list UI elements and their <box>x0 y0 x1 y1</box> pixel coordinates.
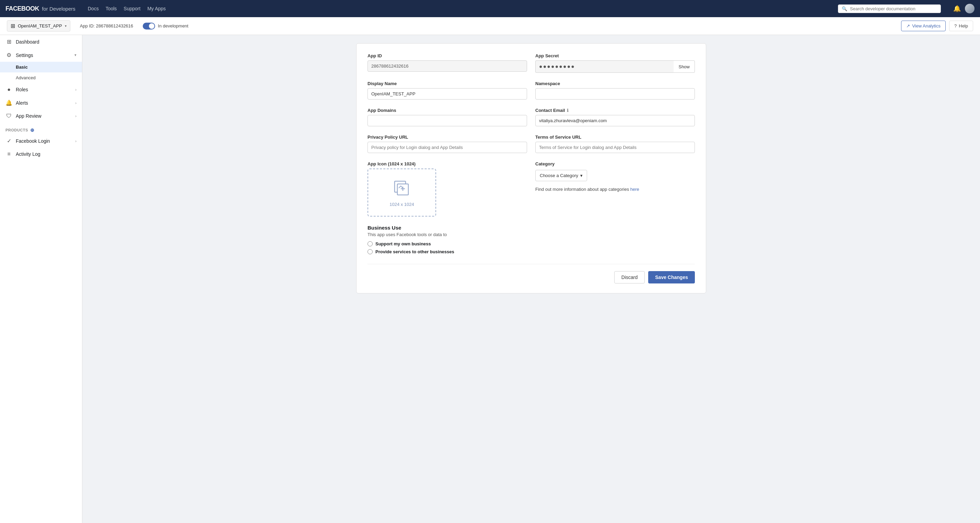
add-product-icon[interactable]: ⊕ <box>30 127 35 133</box>
secret-input-wrapper: Show <box>535 60 695 73</box>
namespace-field[interactable] <box>535 88 695 100</box>
dev-toggle-area: In development <box>143 23 188 30</box>
app-domains-field[interactable] <box>368 115 527 126</box>
sidebar-item-app-review[interactable]: 🛡 App Review › <box>0 110 82 122</box>
avatar[interactable] <box>965 4 975 13</box>
upload-size-label: 1024 x 1024 <box>390 202 414 207</box>
alerts-icon: 🔔 <box>5 100 12 106</box>
business-use-section: Business Use This app uses Facebook tool… <box>368 225 695 254</box>
app-icon-label: App Icon (1024 x 1024) <box>368 161 527 167</box>
facebook-login-icon: ✓ <box>5 138 12 144</box>
sidebar-item-basic[interactable]: Basic <box>0 62 82 72</box>
category-label: Category <box>535 161 695 167</box>
dev-mode-toggle[interactable] <box>143 23 155 30</box>
chevron-right-icon: › <box>75 87 76 92</box>
tos-label: Terms of Service URL <box>535 135 695 140</box>
help-button[interactable]: ? Help <box>949 21 973 31</box>
content-area: App ID App Secret Show Display Name <box>82 35 980 523</box>
namespace-group: Namespace <box>535 81 695 100</box>
chevron-right-icon: › <box>75 101 76 105</box>
privacy-policy-group: Privacy Policy URL <box>368 135 527 153</box>
sidebar-item-advanced[interactable]: Advanced <box>0 72 82 83</box>
search-icon: 🔍 <box>842 6 847 11</box>
app-id-group: App ID <box>368 53 527 73</box>
discard-button[interactable]: Discard <box>614 271 645 283</box>
nav-support[interactable]: Support <box>124 5 140 13</box>
nav-docs[interactable]: Docs <box>88 5 99 13</box>
app-secret-group: App Secret Show <box>535 53 695 73</box>
save-changes-button[interactable]: Save Changes <box>648 271 695 283</box>
logo-facebook: FACEBOOK <box>5 5 39 12</box>
sidebar-item-activity-log[interactable]: ≡ Activity Log <box>0 148 82 161</box>
sidebar-item-label: Settings <box>16 52 33 58</box>
main-layout: ⊞ Dashboard ⚙ Settings ▾ Basic Advanced … <box>0 35 980 523</box>
radio-other-businesses[interactable] <box>368 249 373 254</box>
tos-field[interactable] <box>535 142 695 153</box>
search-container: 🔍 <box>838 5 941 13</box>
radio-option-other-businesses[interactable]: Provide services to other businesses <box>368 249 695 254</box>
app-icon-group: App Icon (1024 x 1024) 1024 x 1024 <box>368 161 527 216</box>
sidebar-item-settings[interactable]: ⚙ Settings ▾ <box>0 48 82 62</box>
top-nav: FACEBOOK for Developers Docs Tools Suppo… <box>0 0 980 17</box>
form-row-domains-email: App Domains Contact Email ℹ <box>368 108 695 126</box>
radio-own-business-label: Support my own business <box>375 241 431 246</box>
sidebar-item-roles[interactable]: ● Roles › <box>0 83 82 96</box>
search-input[interactable] <box>850 6 937 11</box>
logo: FACEBOOK for Developers <box>5 5 75 12</box>
display-name-group: Display Name <box>368 81 527 100</box>
business-use-title: Business Use <box>368 225 695 231</box>
app-review-icon: 🛡 <box>5 113 12 119</box>
sidebar-item-facebook-login[interactable]: ✓ Facebook Login › <box>0 134 82 148</box>
settings-form-card: App ID App Secret Show Display Name <box>356 43 706 293</box>
second-bar: ⊞ OpenIAM_TEST_APP ▾ App ID: 28678861243… <box>0 17 980 35</box>
settings-icon: ⚙ <box>5 52 12 58</box>
sidebar-item-alerts[interactable]: 🔔 Alerts › <box>0 96 82 110</box>
app-id-value: 286788612432616 <box>96 23 133 29</box>
sidebar-item-label: Dashboard <box>16 39 40 45</box>
upload-icon <box>393 178 410 199</box>
display-name-label: Display Name <box>368 81 527 86</box>
contact-email-group: Contact Email ℹ <box>535 108 695 126</box>
display-name-field[interactable] <box>368 88 527 100</box>
app-domains-label: App Domains <box>368 108 527 113</box>
business-use-desc: This app uses Facebook tools or data to <box>368 232 695 237</box>
sidebar-item-label: Roles <box>16 87 28 92</box>
chevron-down-icon: ▾ <box>65 24 67 28</box>
category-help-text: Find out more information about app cate… <box>535 187 695 192</box>
analytics-icon: ↗ <box>906 23 910 29</box>
avatar-image <box>965 4 975 13</box>
products-section-label: PRODUCTS ⊕ <box>0 122 82 134</box>
bell-icon[interactable]: 🔔 <box>953 5 961 12</box>
privacy-policy-label: Privacy Policy URL <box>368 135 527 140</box>
view-analytics-button[interactable]: ↗ View Analytics <box>901 21 946 31</box>
chevron-down-icon: ▾ <box>580 173 583 178</box>
form-row-name-namespace: Display Name Namespace <box>368 81 695 100</box>
contact-email-field[interactable] <box>535 115 695 126</box>
app-selector-name: OpenIAM_TEST_APP <box>18 23 62 29</box>
app-icon: ⊞ <box>11 23 15 29</box>
app-selector[interactable]: ⊞ OpenIAM_TEST_APP ▾ <box>7 20 70 32</box>
radio-own-business[interactable] <box>368 241 373 246</box>
app-id-field-label: App ID <box>368 53 527 58</box>
app-id-field[interactable] <box>368 60 527 72</box>
nav-links: Docs Tools Support My Apps <box>88 5 166 13</box>
chevron-right-icon: › <box>75 114 76 118</box>
category-here-link[interactable]: here <box>630 187 639 192</box>
form-row-privacy-tos: Privacy Policy URL Terms of Service URL <box>368 135 695 153</box>
app-id-label: App ID: 286788612432616 <box>80 23 133 29</box>
sidebar: ⊞ Dashboard ⚙ Settings ▾ Basic Advanced … <box>0 35 82 523</box>
privacy-policy-field[interactable] <box>368 142 527 153</box>
roles-icon: ● <box>5 86 12 93</box>
category-dropdown[interactable]: Choose a Category ▾ <box>535 170 587 181</box>
nav-tools[interactable]: Tools <box>106 5 117 13</box>
chevron-right-icon: › <box>75 139 76 143</box>
sidebar-item-label: Activity Log <box>16 151 40 157</box>
form-row-icon-category: App Icon (1024 x 1024) 1024 x 1024 <box>368 161 695 216</box>
sidebar-item-dashboard[interactable]: ⊞ Dashboard <box>0 35 82 48</box>
app-icon-upload[interactable]: 1024 x 1024 <box>368 169 436 216</box>
contact-email-label: Contact Email ℹ <box>535 108 695 113</box>
namespace-label: Namespace <box>535 81 695 86</box>
show-secret-button[interactable]: Show <box>674 60 695 73</box>
nav-myapps[interactable]: My Apps <box>147 5 166 13</box>
radio-option-own-business[interactable]: Support my own business <box>368 241 695 246</box>
